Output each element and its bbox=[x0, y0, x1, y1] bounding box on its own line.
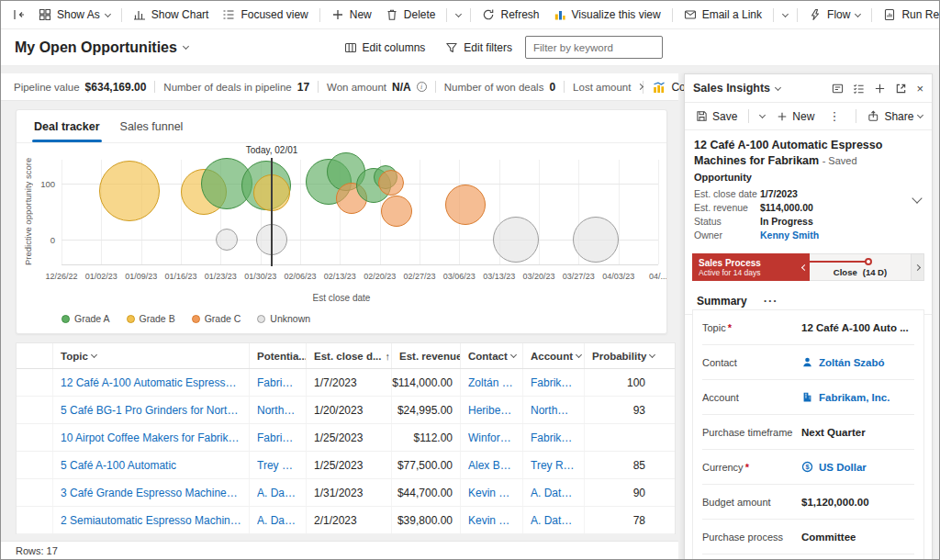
chart-bubble[interactable] bbox=[445, 185, 486, 225]
delete-button[interactable]: Delete bbox=[379, 4, 442, 26]
record-field-value[interactable]: Kenny Smith bbox=[760, 229, 819, 242]
link-account[interactable]: A. Datum... bbox=[531, 487, 576, 499]
table-row[interactable]: 5 Café BG-1 Pro Grinders for Northwind T… bbox=[17, 397, 675, 424]
chart-bubble[interactable] bbox=[99, 161, 160, 221]
form-field-row[interactable]: ContactZoltán Szabó bbox=[702, 345, 914, 380]
link-topic[interactable]: 10 Airpot Coffee Makers for Fabrikam bbox=[61, 431, 241, 444]
run-report-button[interactable]: Run Report bbox=[877, 4, 940, 26]
chart-bubble[interactable] bbox=[381, 196, 412, 227]
column-header-checkbox[interactable] bbox=[17, 343, 53, 368]
link-topic[interactable]: 12 Café A-100 Automatic Espresso Machi..… bbox=[61, 376, 241, 389]
form-field-row[interactable]: Currency*$US Dollar bbox=[702, 450, 914, 485]
tabs-more-icon[interactable]: ··· bbox=[764, 294, 778, 308]
link-potential[interactable]: Northwin... bbox=[257, 404, 298, 417]
row-checkbox-cell[interactable] bbox=[17, 369, 53, 396]
info-icon[interactable]: i bbox=[417, 82, 427, 92]
link-contact[interactable]: Zoltán Sz... bbox=[468, 376, 515, 389]
show-chart-button[interactable]: Show Chart bbox=[127, 4, 216, 26]
link-topic[interactable]: 5 Café A-100 Automatic bbox=[61, 459, 176, 472]
view-selector[interactable]: My Open Opportunities bbox=[15, 39, 188, 56]
bpf-next-stage[interactable]: Close (14 D) bbox=[810, 253, 911, 281]
link-contact[interactable]: Alex Baker bbox=[468, 459, 515, 472]
chart-bubble[interactable] bbox=[378, 170, 404, 196]
column-header[interactable]: Est. revenue bbox=[392, 343, 461, 368]
table-row[interactable]: 5 Café A-100 AutomaticTrey Rese...1/25/2… bbox=[17, 452, 675, 479]
link-potential[interactable]: Trey Rese... bbox=[257, 459, 298, 472]
link-topic[interactable]: 3 Café Grande Espresso Machines for A. D… bbox=[61, 487, 241, 499]
link-potential[interactable]: Fabrikam,... bbox=[257, 431, 298, 444]
link-account[interactable]: Fabrikam,... bbox=[531, 431, 576, 444]
column-header[interactable]: Contact bbox=[461, 343, 523, 368]
bpf-prev-chevron-icon[interactable] bbox=[801, 263, 808, 270]
form-field-value[interactable]: Next Quarter bbox=[801, 427, 914, 438]
legend-item[interactable]: Unknown bbox=[257, 313, 310, 324]
chart-bubble[interactable] bbox=[216, 229, 238, 251]
tasklist-icon[interactable] bbox=[853, 83, 865, 95]
filter-keyword-input[interactable] bbox=[525, 36, 663, 59]
table-row[interactable]: 2 Semiautomatic Espresso Machines for A.… bbox=[17, 507, 675, 534]
form-field-value[interactable]: $1,120,000.00 bbox=[801, 497, 914, 508]
edit-filters-button[interactable]: Edit filters bbox=[438, 36, 520, 60]
tab-deal-tracker[interactable]: Deal tracker bbox=[24, 110, 110, 142]
email-link-dropdown-button[interactable] bbox=[778, 4, 792, 26]
save-button[interactable]: Save bbox=[691, 106, 742, 128]
form-field-value[interactable]: Zoltán Szabó bbox=[801, 356, 914, 368]
table-row[interactable]: 10 Airpot Coffee Makers for FabrikamFabr… bbox=[17, 424, 675, 452]
add-icon[interactable] bbox=[874, 83, 886, 95]
form-field-row[interactable]: Topic*12 Café A-100 Auto ... bbox=[702, 310, 914, 345]
edit-columns-button[interactable]: Edit columns bbox=[337, 36, 433, 60]
row-checkbox-cell[interactable] bbox=[17, 452, 53, 478]
tab-sales-funnel[interactable]: Sales funnel bbox=[110, 110, 194, 142]
form-field-row[interactable]: Purchase processCommittee bbox=[702, 520, 914, 554]
chart-bubble[interactable] bbox=[493, 217, 539, 263]
legend-item[interactable]: Grade C bbox=[192, 313, 241, 324]
form-field-value[interactable]: $US Dollar bbox=[801, 461, 914, 473]
row-checkbox-cell[interactable] bbox=[17, 424, 53, 451]
form-icon[interactable] bbox=[832, 83, 844, 95]
collapse-sidebar-button[interactable] bbox=[6, 4, 31, 26]
chevron-down-icon[interactable] bbox=[649, 352, 655, 358]
link-potential[interactable]: A. Datum... bbox=[257, 514, 298, 527]
popout-icon[interactable] bbox=[895, 83, 907, 95]
panel-new-button[interactable]: New bbox=[772, 106, 819, 128]
form-field-row[interactable]: Budget amount$1,120,000.00 bbox=[702, 485, 914, 520]
link-account[interactable]: Trey Rese... bbox=[531, 459, 576, 472]
form-field-value[interactable]: Fabrikam, Inc. bbox=[801, 391, 914, 403]
form-field-row[interactable]: Purchase timeframeNext Quarter bbox=[702, 415, 914, 450]
show-as-button[interactable]: Show As bbox=[32, 4, 117, 26]
close-icon[interactable]: × bbox=[916, 83, 923, 95]
link-account[interactable]: Fabrikam,... bbox=[531, 376, 576, 389]
chevron-down-icon[interactable] bbox=[576, 352, 582, 358]
column-header[interactable]: Topic bbox=[53, 343, 250, 368]
chevron-down-icon[interactable] bbox=[510, 352, 517, 358]
column-header[interactable]: Est. close d...↑ bbox=[307, 343, 392, 368]
link-topic[interactable]: 2 Semiautomatic Espresso Machines for A.… bbox=[61, 514, 241, 527]
bpf-active-stage[interactable]: Sales Process Active for 14 days bbox=[692, 253, 810, 281]
form-field-row[interactable]: AccountFabrikam, Inc. bbox=[702, 380, 914, 415]
chevron-down-icon[interactable] bbox=[91, 352, 97, 358]
link-contact[interactable]: Kevin Ma... bbox=[468, 514, 515, 527]
visualize-view-button[interactable]: Visualize this view bbox=[547, 4, 667, 26]
panel-more-button[interactable]: ⋮ bbox=[822, 109, 846, 123]
save-dropdown-button[interactable] bbox=[755, 106, 769, 128]
bpf-stage-dot[interactable] bbox=[865, 258, 872, 265]
chart-bubble[interactable] bbox=[573, 217, 619, 263]
chevron-down-icon[interactable] bbox=[775, 84, 781, 90]
form-field-value[interactable]: Committee bbox=[801, 532, 914, 543]
share-button[interactable]: Share bbox=[863, 106, 927, 128]
row-checkbox-cell[interactable] bbox=[17, 507, 53, 533]
column-header[interactable]: Potentia...* bbox=[250, 343, 307, 368]
legend-item[interactable]: Grade A bbox=[62, 313, 110, 324]
link-contact[interactable]: Winford ... bbox=[468, 431, 515, 444]
delete-dropdown-button[interactable] bbox=[452, 4, 465, 26]
table-row[interactable]: 3 Café Grande Espresso Machines for A. D… bbox=[17, 479, 675, 507]
row-checkbox-cell[interactable] bbox=[17, 397, 53, 423]
focused-view-button[interactable]: Focused view bbox=[216, 4, 314, 26]
link-topic[interactable]: 5 Café BG-1 Pro Grinders for Northwind T… bbox=[61, 404, 241, 417]
link-contact[interactable]: Heriberto... bbox=[468, 404, 515, 417]
refresh-button[interactable]: Refresh bbox=[476, 4, 545, 26]
row-checkbox-cell[interactable] bbox=[17, 479, 53, 506]
table-row[interactable]: 12 Café A-100 Automatic Espresso Machi..… bbox=[17, 369, 675, 397]
link-potential[interactable]: A. Datum... bbox=[257, 487, 298, 499]
form-field-value[interactable]: 12 Café A-100 Auto ... bbox=[801, 322, 914, 333]
